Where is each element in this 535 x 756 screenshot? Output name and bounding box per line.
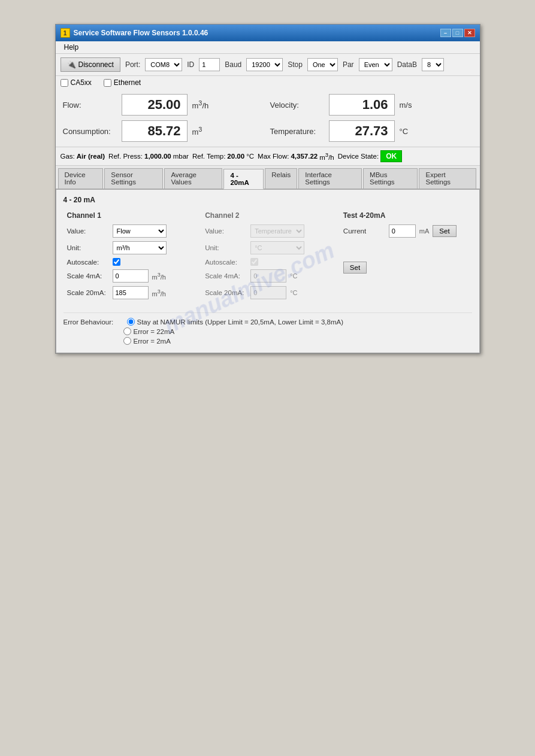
device-state-badge: OK — [380, 150, 402, 162]
metrics-panel: Flow: 25.00 m3/h Velocity: 1.06 m/s Cons… — [56, 89, 480, 147]
app-icon: 1 — [61, 28, 70, 38]
error-option2-radio[interactable] — [123, 327, 131, 335]
channel2-title: Channel 2 — [205, 211, 330, 220]
error-behaviour-label: Error Behaviour: — [64, 318, 123, 326]
par-select[interactable]: Even — [359, 58, 392, 71]
checkbox-row: CA5xx Ethernet — [56, 76, 480, 89]
error-option3-radio[interactable] — [123, 337, 131, 345]
tab-device-info[interactable]: Device Info — [58, 168, 104, 189]
max-flow-unit: m3/h — [319, 151, 334, 161]
temperature-label: Temperature: — [270, 127, 324, 136]
channel2-autoscale-checkbox — [250, 258, 258, 266]
ca5xx-checkbox-label[interactable]: CA5xx — [61, 78, 92, 87]
tab-interface-settings[interactable]: Interface Settings — [298, 168, 362, 189]
toolbar: 🔌 Disconnect Port: COM8 ID Baud 19200 St… — [56, 54, 480, 76]
consumption-metric-row: Consumption: 85.72 m3 — [63, 120, 265, 142]
tab-mbus-settings[interactable]: MBus Settings — [363, 168, 418, 189]
channel1-scale4ma-unit: m3/h — [152, 272, 166, 281]
gas-label: Gas: — [61, 153, 75, 160]
ref-press-info: Ref. Press: 1,000.00 mbar — [108, 153, 189, 160]
tab-relais[interactable]: Relais — [265, 168, 297, 189]
test-section: Test 4-20mA Current mA Set Set — [340, 208, 472, 306]
velocity-label: Velocity: — [270, 101, 324, 110]
port-label: Port: — [125, 60, 140, 69]
disconnect-icon: 🔌 — [67, 60, 76, 69]
error-option3-label[interactable]: Error = 2mA — [123, 337, 171, 345]
id-input[interactable] — [199, 58, 220, 71]
id-label: ID — [187, 60, 194, 69]
channel2-scale4ma-unit: °C — [290, 272, 297, 280]
tab-expert-settings[interactable]: Expert Settings — [419, 168, 476, 189]
max-flow-info: Max Flow: 4,357.22 m3/h — [258, 151, 334, 161]
channel1-section: Channel 1 Value: Flow Temperature Unit: … — [64, 208, 196, 306]
channel1-value-row: Value: Flow Temperature — [67, 224, 192, 238]
error-option1-radio[interactable] — [127, 318, 135, 326]
channel1-scale20ma-row: Scale 20mA: m3/h — [67, 286, 192, 299]
gas-info: Gas: Air (real) — [61, 153, 105, 160]
baud-select[interactable]: 19200 — [246, 58, 283, 71]
error-row-3: Error = 2mA — [64, 337, 472, 345]
disconnect-label: Disconnect — [78, 60, 114, 69]
consumption-value: 85.72 — [122, 120, 188, 142]
close-button[interactable]: ✕ — [464, 29, 475, 37]
error-option1-text: Stay at NAMUR limits (Upper Limit = 20,5… — [137, 318, 343, 326]
channel2-scale20ma-input — [250, 286, 286, 299]
channel1-scale4ma-input[interactable] — [113, 269, 149, 283]
device-state-info: Device State: OK — [338, 150, 402, 162]
channel1-scale4ma-label: Scale 4mA: — [67, 272, 109, 280]
channel2-section: Channel 2 Value: Temperature Unit: °C — [201, 208, 334, 306]
test-current-row: Current mA Set — [343, 224, 468, 238]
channel2-autoscale-row: Autoscale: — [205, 258, 330, 266]
temperature-value: 27.73 — [329, 120, 395, 142]
channel2-scale4ma-input — [250, 269, 286, 283]
error-row-2: Error = 22mA — [64, 327, 472, 335]
channel1-unit-select[interactable]: m³/h — [113, 241, 167, 254]
channel1-scale20ma-input[interactable] — [113, 286, 149, 299]
gas-value: Air (real) — [77, 153, 105, 160]
channel2-scale20ma-label: Scale 20mA: — [205, 289, 247, 296]
port-select[interactable]: COM8 — [145, 58, 182, 71]
channel1-unit-row: Unit: m³/h — [67, 241, 192, 254]
test-set2-button[interactable]: Set — [343, 262, 367, 274]
tab-4-20ma[interactable]: 4 - 20mA — [223, 169, 264, 189]
channel2-unit-select: °C — [250, 241, 304, 254]
channel1-autoscale-checkbox[interactable] — [113, 258, 120, 266]
test-set-button[interactable]: Set — [433, 225, 456, 237]
flow-metric-row: Flow: 25.00 m3/h — [63, 94, 265, 116]
menu-help[interactable]: Help — [61, 42, 83, 53]
error-option2-label[interactable]: Error = 22mA — [123, 327, 175, 335]
baud-label: Baud — [225, 60, 241, 69]
error-option3-text: Error = 2mA — [134, 338, 171, 345]
ca5xx-label: CA5xx — [71, 78, 92, 87]
maximize-button[interactable]: □ — [452, 29, 463, 37]
channels-grid: Channel 1 Value: Flow Temperature Unit: … — [64, 208, 472, 306]
device-state-label: Device State: — [338, 153, 379, 160]
window-title: Service Software Flow Sensors 1.0.0.46 — [74, 29, 208, 37]
error-option1-label[interactable]: Stay at NAMUR limits (Upper Limit = 20,5… — [127, 318, 343, 326]
ca5xx-checkbox[interactable] — [61, 79, 68, 87]
disconnect-button[interactable]: 🔌 Disconnect — [61, 57, 120, 72]
channel2-autoscale-label: Autoscale: — [205, 259, 247, 266]
title-bar: 1 Service Software Flow Sensors 1.0.0.46… — [56, 25, 480, 41]
ethernet-checkbox-label[interactable]: Ethernet — [104, 78, 141, 87]
test-current-input[interactable] — [389, 224, 416, 238]
channel1-scale20ma-label: Scale 20mA: — [67, 289, 109, 296]
ethernet-checkbox[interactable] — [104, 79, 111, 87]
tab-average-values[interactable]: Average Values — [164, 168, 222, 189]
ethernet-label: Ethernet — [114, 78, 141, 87]
velocity-metric-row: Velocity: 1.06 m/s — [270, 94, 473, 116]
channel2-scale20ma-unit: °C — [290, 289, 297, 296]
datab-select[interactable]: 8 — [422, 58, 444, 71]
menu-bar: Help — [56, 41, 480, 54]
max-flow-value: 4,357.22 — [291, 153, 318, 160]
ref-press-unit: mbar — [173, 153, 189, 160]
tab-content-4-20ma: 4 - 20 mA Channel 1 Value: Flow Temperat… — [56, 190, 480, 353]
stop-select[interactable]: One — [307, 58, 338, 71]
ref-press-label: Ref. Press: — [108, 153, 143, 160]
minimize-button[interactable]: – — [440, 29, 451, 37]
error-option2-text: Error = 22mA — [134, 328, 175, 335]
channel1-autoscale-label: Autoscale: — [67, 259, 109, 266]
channel1-value-select[interactable]: Flow Temperature — [113, 224, 167, 238]
tab-sensor-settings[interactable]: Sensor Settings — [104, 168, 163, 189]
temperature-metric-row: Temperature: 27.73 °C — [270, 120, 473, 142]
